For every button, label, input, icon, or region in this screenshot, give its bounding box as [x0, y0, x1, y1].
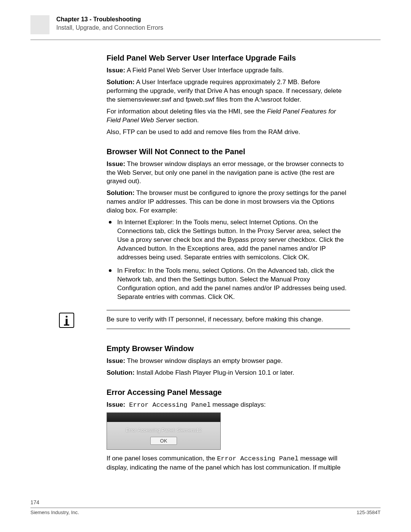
txt: Advanced — [268, 267, 297, 274]
heading-browser-connect: Browser Will Not Connect to the Panel — [107, 147, 350, 156]
txt: Settings — [193, 227, 216, 235]
heading-error-accessing: Error Accessing Panel Message — [107, 388, 350, 397]
heading-upgrade-fails: Field Panel Web Server User Interface Up… — [107, 54, 350, 62]
code-text: Error Accessing Panel — [217, 455, 298, 462]
s1-issue: Issue: A Field Panel Web Server User Int… — [107, 66, 350, 75]
solution-label: Solution: — [107, 78, 135, 86]
issue-code: Error Accessing Panel — [125, 401, 210, 409]
info-icon-cell — [30, 310, 107, 328]
s1-reference: For information about deleting files via… — [107, 107, 350, 125]
txt: Tools — [194, 219, 209, 226]
txt: menu, select — [181, 267, 221, 274]
page-number: 174 — [30, 499, 381, 505]
txt: In Firefox: In the — [117, 267, 166, 274]
solution-text: The browser must be configured to ignore… — [107, 189, 346, 214]
s3-solution: Solution: Install Adobe Flash Player Plu… — [107, 369, 350, 377]
txt: Options — [221, 267, 244, 274]
list-item: In Firefox: In the Tools menu, select Op… — [107, 267, 350, 302]
browser-steps-list: In Internet Explorer: In the Tools menu,… — [107, 218, 350, 301]
txt: menu, select — [209, 219, 249, 226]
error-dialog-screenshot: Error Accessing Panel: Siemens12 OK — [107, 412, 221, 450]
header-text-block: Chapter 13 - Troubleshooting Install, Up… — [56, 15, 163, 31]
ref-pre: For information about deleting files via… — [107, 108, 267, 115]
txt: Bypass proxy server — [228, 236, 286, 243]
issue-text: A Field Panel Web Server User Interface … — [125, 67, 284, 74]
chapter-square-icon — [30, 15, 49, 34]
document-page: Chapter 13 - Troubleshooting Install, Up… — [0, 0, 411, 532]
footer-rule — [30, 508, 381, 508]
chapter-name: Troubleshooting — [93, 16, 141, 22]
issue-tail: message displays: — [211, 401, 266, 408]
txt: . On the — [243, 267, 268, 274]
footer-docnum: 125-3584T — [357, 510, 381, 515]
txt: Proxy Server — [258, 227, 295, 235]
txt: . — [233, 293, 235, 300]
txt: button. Select the — [217, 276, 271, 283]
main-content-continued: Empty Browser Window Issue: The browser … — [107, 344, 350, 473]
issue-label: Issue: — [107, 357, 125, 364]
txt: Exceptions — [187, 245, 219, 252]
issue-label: Issue: — [107, 67, 125, 74]
page-header: Chapter 13 - Troubleshooting Install, Up… — [30, 15, 381, 34]
s1-ftp-note: Also, FTP can be used to add and remove … — [107, 128, 350, 137]
header-rule — [30, 40, 381, 40]
dialog-message: Error Accessing Panel: Siemens12 — [111, 427, 217, 433]
note-text: Be sure to verify with IT personnel, if … — [107, 316, 323, 323]
s4-issue: Issue: Error Accessing Panel message dis… — [107, 401, 350, 410]
txt: tab, click the — [153, 227, 193, 235]
txt: checkbox. Click the — [286, 236, 344, 243]
chapter-title: Chapter 13 - Troubleshooting — [56, 16, 163, 23]
txt: . On the — [295, 219, 318, 226]
list-item: In Internet Explorer: In the Tools menu,… — [107, 218, 350, 262]
s4-after-text: If one panel loses communication, the Er… — [107, 454, 350, 472]
dialog-titlebar — [107, 413, 220, 422]
main-content: Field Panel Web Server User Interface Up… — [107, 54, 350, 302]
txt: Advanced — [117, 245, 146, 252]
dialog-body: Error Accessing Panel: Siemens12 OK — [107, 422, 220, 449]
s3-issue: Issue: The browser window displays an em… — [107, 357, 350, 366]
txt: area, select the — [295, 227, 341, 235]
note-rule-bottom — [107, 329, 350, 329]
footer-company: Siemens Industry, Inc. — [30, 510, 79, 515]
txt: Tools — [166, 267, 181, 274]
s2-solution: Solution: The browser must be configured… — [107, 189, 350, 215]
solution-label: Solution: — [107, 369, 135, 376]
txt: If one panel loses communication, the — [107, 455, 217, 462]
s2-issue: Issue: The browser window displays an er… — [107, 160, 350, 186]
txt: In Internet Explorer: In the — [117, 219, 194, 226]
txt: Use a proxy server — [117, 236, 172, 243]
ok-button[interactable]: OK — [150, 437, 177, 445]
issue-label: Issue: — [107, 401, 125, 408]
issue-label: Issue: — [107, 160, 125, 168]
issue-text: The browser window displays an empty bro… — [125, 357, 283, 364]
section-subtitle: Install, Upgrade, and Connection Errors — [56, 24, 163, 31]
txt: Connections — [117, 227, 153, 235]
txt: Network — [117, 276, 141, 283]
chapter-prefix: Chapter 13 - — [56, 16, 93, 22]
ref-post: section. — [175, 117, 199, 124]
txt: button. In the — [146, 245, 188, 252]
issue-text: The browser window displays an error mes… — [107, 160, 344, 185]
txt: tab, click the — [296, 267, 334, 274]
page-footer: 174 Siemens Industry, Inc. 125-3584T — [30, 499, 381, 515]
txt: tab, and then the — [141, 276, 193, 283]
txt: OK — [298, 254, 308, 261]
solution-label: Solution: — [107, 189, 135, 197]
txt: Settings — [193, 276, 216, 283]
txt: Internet Options — [249, 219, 295, 226]
heading-empty-browser: Empty Browser Window — [107, 344, 350, 353]
s1-solution: Solution: A User Interface upgrade requi… — [107, 78, 350, 104]
txt: button. In the — [216, 227, 258, 235]
txt: OK — [224, 293, 233, 300]
note-box: Be sure to verify with IT personnel, if … — [30, 310, 381, 329]
solution-text: A User Interface upgrade requires approx… — [107, 78, 342, 103]
txt: check box and the — [172, 236, 228, 243]
txt: . — [308, 254, 310, 261]
solution-text: Install Adobe Flash Player Plug-in Versi… — [135, 369, 295, 376]
info-icon — [59, 313, 74, 328]
